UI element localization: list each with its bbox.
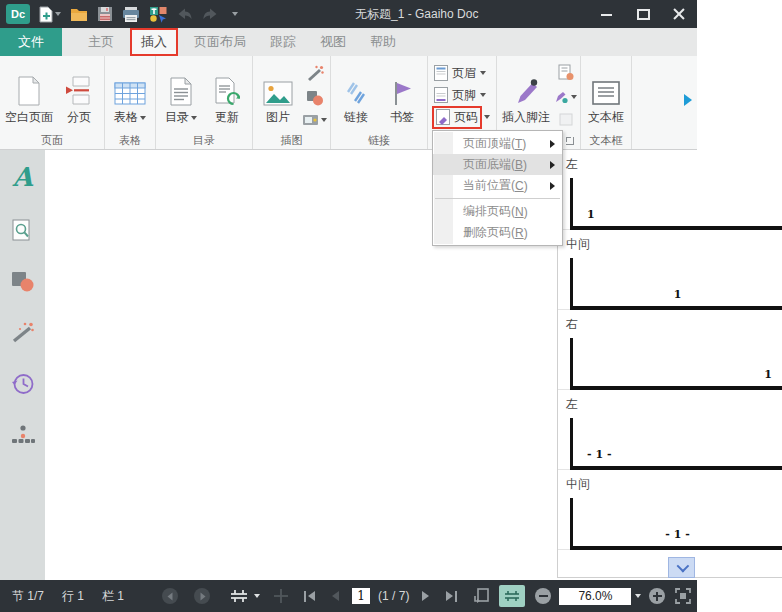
gallery-item-left-plain[interactable]: 左 1: [558, 150, 782, 230]
menu-item-hotkey: B: [515, 158, 523, 172]
magic-wand-icon[interactable]: [306, 64, 324, 82]
font-tool-icon[interactable]: A: [12, 164, 32, 190]
table-dropdown-icon[interactable]: [140, 116, 146, 120]
view-mode-icon[interactable]: [230, 589, 248, 603]
zoom-level-value[interactable]: 76.0%: [559, 588, 631, 605]
link-button[interactable]: 链接: [334, 62, 378, 128]
menu-item-hotkey: N: [515, 205, 524, 219]
scroll-down-button[interactable]: [668, 557, 695, 578]
blank-page-button[interactable]: 空白页面: [3, 62, 55, 128]
shapes-tool-icon[interactable]: [11, 271, 35, 292]
menu-item-remove-page-numbers[interactable]: 删除页码(R): [433, 222, 562, 243]
org-chart-tool-icon[interactable]: [10, 425, 36, 446]
menu-item-text: 页面顶端(: [463, 135, 515, 152]
fit-width-button[interactable]: [499, 585, 525, 607]
undo-icon: [176, 7, 193, 21]
back-button[interactable]: [162, 588, 178, 604]
minimize-button[interactable]: [601, 8, 613, 20]
toc-dropdown-icon[interactable]: [191, 116, 197, 120]
left-toolbar: A: [0, 150, 45, 580]
gallery-item-right-plain[interactable]: 右 1: [558, 310, 782, 390]
menu-item-current-position[interactable]: 当前位置(C): [433, 175, 562, 196]
page-preview: - 1 -: [570, 498, 782, 550]
line-indicator: 行 1: [62, 588, 84, 605]
update-toc-button[interactable]: 更新: [205, 62, 249, 128]
footnote-dialog-launcher-icon[interactable]: [566, 137, 574, 145]
gallery-item-center-plain[interactable]: 中间 1: [558, 230, 782, 310]
table-button[interactable]: 表格: [108, 62, 152, 128]
insert-endnote-icon[interactable]: [558, 64, 574, 81]
next-footnote-button[interactable]: [554, 91, 577, 104]
bookmark-button[interactable]: 书签: [380, 62, 424, 128]
next-page-button[interactable]: [421, 590, 431, 602]
screenshot-dropdown-icon[interactable]: [321, 118, 327, 122]
page-number-preview: 1: [674, 288, 682, 301]
page-number-dropdown-icon[interactable]: [484, 115, 490, 119]
header-button[interactable]: 页眉: [432, 63, 492, 83]
tab-view[interactable]: 视图: [308, 28, 358, 56]
ribbon-expand-icon[interactable]: [684, 94, 692, 106]
gallery-item-center-dashes[interactable]: 中间 - 1 -: [558, 470, 782, 550]
toc-icon: [169, 77, 193, 106]
footnote-small-buttons: [554, 64, 577, 126]
table-label: 表格: [114, 109, 138, 126]
illustration-small-buttons: [302, 64, 327, 126]
zoom-in-button[interactable]: [649, 588, 665, 604]
new-document-icon: [39, 6, 53, 23]
shapes-icon[interactable]: [306, 90, 324, 106]
next-footnote-dropdown-icon[interactable]: [571, 95, 577, 99]
open-button[interactable]: [70, 7, 88, 22]
app-logo-icon[interactable]: Dc: [6, 4, 30, 24]
last-page-button[interactable]: [445, 590, 457, 602]
tab-page-layout[interactable]: 页面布局: [182, 28, 258, 56]
close-button[interactable]: [673, 8, 685, 20]
save-button[interactable]: [97, 6, 113, 22]
history-tool-icon[interactable]: [11, 372, 35, 396]
picture-button[interactable]: 图片: [256, 62, 300, 128]
tab-insert[interactable]: 插入: [130, 28, 178, 56]
window-controls: [601, 0, 685, 28]
page-number-button[interactable]: 页码: [432, 107, 492, 127]
forward-button[interactable]: [194, 588, 210, 604]
maximize-button[interactable]: [637, 8, 649, 20]
footer-icon: [434, 87, 448, 103]
zoom-out-button[interactable]: [535, 588, 551, 604]
menu-item-page-top[interactable]: 页面顶端(T): [433, 133, 562, 154]
menu-item-page-bottom[interactable]: 页面底端(B): [433, 154, 562, 175]
customize-toolbar-icon[interactable]: [232, 12, 238, 16]
prev-page-button[interactable]: [330, 590, 340, 602]
screenshot-button[interactable]: [302, 113, 327, 126]
window-title: 无标题_1 - Gaaiho Doc: [355, 0, 478, 28]
gallery-item-label: 左: [566, 396, 782, 413]
toc-button[interactable]: 目录: [159, 62, 203, 128]
print-button[interactable]: [122, 7, 140, 22]
tab-help[interactable]: 帮助: [358, 28, 408, 56]
wand-tool-icon[interactable]: [11, 321, 35, 343]
menu-item-format-page-numbers[interactable]: 编排页码(N): [433, 201, 562, 222]
footer-dropdown-icon[interactable]: [480, 93, 486, 97]
first-page-button[interactable]: [304, 590, 316, 602]
textbox-button[interactable]: 文本框: [584, 62, 628, 128]
page-break-icon: [65, 76, 93, 106]
view-mode-dropdown-icon[interactable]: [254, 594, 260, 598]
textbox-icon: [591, 80, 621, 106]
preview-search-icon[interactable]: [12, 219, 33, 242]
insert-footnote-button[interactable]: 插入脚注: [500, 62, 552, 128]
new-document-button[interactable]: [39, 6, 61, 23]
tab-file[interactable]: 文件: [0, 28, 62, 56]
gallery-item-left-dashes[interactable]: 左 - 1 -: [558, 390, 782, 470]
tab-home[interactable]: 主页: [76, 28, 126, 56]
footer-label: 页脚: [452, 87, 476, 104]
footer-button[interactable]: 页脚: [432, 85, 492, 105]
tab-track[interactable]: 跟踪: [258, 28, 308, 56]
single-page-view-icon[interactable]: [473, 588, 489, 604]
new-document-dropdown-icon[interactable]: [55, 12, 61, 16]
zoom-dropdown-icon[interactable]: [635, 594, 641, 598]
page-number-input[interactable]: 1: [352, 588, 370, 604]
page-break-button[interactable]: 分页: [57, 62, 101, 128]
quick-access-toolbar: Dc: [0, 4, 238, 24]
group-toc: 目录 更新 目录: [156, 56, 253, 149]
edit-tools-button[interactable]: [149, 6, 167, 23]
fit-screen-icon[interactable]: [675, 588, 691, 604]
header-dropdown-icon[interactable]: [480, 71, 486, 75]
